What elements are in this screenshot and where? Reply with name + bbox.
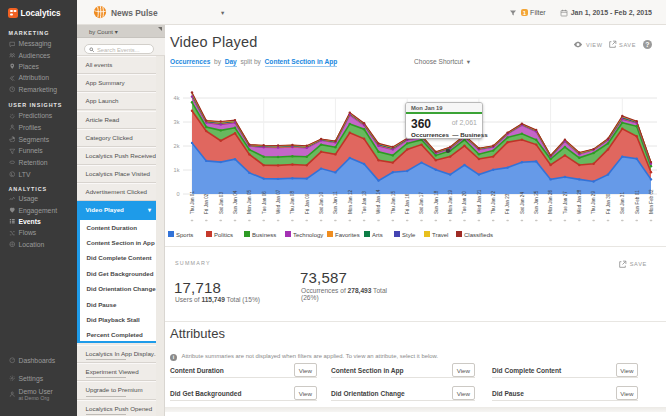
svg-text:Wed Jan 28: Wed Jan 28 [577,189,582,214]
svg-text:Wed Jan 14: Wed Jan 14 [376,189,381,214]
svg-text:0: 0 [176,191,179,197]
svg-text:Sun Feb 01: Sun Feb 01 [635,190,640,214]
svg-text:Thu Jan 29: Thu Jan 29 [591,191,596,214]
svg-text:Tue Jan 06: Tue Jan 06 [262,191,267,214]
svg-text:Fri Jan 16: Fri Jan 16 [405,193,410,214]
svg-text:2k: 2k [174,143,180,149]
svg-text:Tue Jan 27: Tue Jan 27 [563,191,568,214]
svg-text:Sat Jan 24: Sat Jan 24 [520,192,525,214]
svg-text:Sat Jan 17: Sat Jan 17 [419,192,424,214]
svg-text:3k: 3k [174,119,180,125]
svg-text:Thu Jan 01: Thu Jan 01 [190,191,195,214]
svg-text:Sun Jan 11: Sun Jan 11 [333,191,338,214]
svg-text:Mon Jan 26: Mon Jan 26 [548,190,553,214]
svg-text:Fri Jan 02: Fri Jan 02 [204,193,209,214]
svg-text:Sun Jan 18: Sun Jan 18 [434,190,439,214]
svg-text:Mon Jan 05: Mon Jan 05 [247,190,252,214]
svg-text:Sat Jan 10: Sat Jan 10 [319,192,324,214]
svg-text:Mon Feb 02: Mon Feb 02 [649,189,654,214]
svg-text:Sun Jan 25: Sun Jan 25 [534,190,539,214]
svg-text:4k: 4k [174,95,180,101]
svg-text:Wed Jan 21: Wed Jan 21 [477,189,482,214]
svg-text:Thu Jan 08: Thu Jan 08 [290,191,295,214]
svg-text:Mon Jan 12: Mon Jan 12 [348,190,353,214]
svg-text:1k: 1k [174,167,180,173]
svg-text:Fri Jan 23: Fri Jan 23 [505,193,510,214]
svg-text:Fri Jan 30: Fri Jan 30 [606,193,611,214]
svg-text:Tue Jan 13: Tue Jan 13 [362,191,367,214]
svg-text:Wed Jan 07: Wed Jan 07 [276,189,281,214]
svg-text:Thu Jan 15: Thu Jan 15 [391,191,396,214]
svg-text:Thu Jan 22: Thu Jan 22 [491,191,496,214]
svg-text:Sat Jan 03: Sat Jan 03 [219,192,224,214]
svg-text:Fri Jan 09: Fri Jan 09 [305,193,310,214]
svg-text:Sat Jan 31: Sat Jan 31 [620,192,625,214]
svg-text:Tue Jan 20: Tue Jan 20 [462,191,467,214]
svg-text:Mon Jan 19: Mon Jan 19 [448,190,453,214]
svg-text:Sun Jan 04: Sun Jan 04 [233,190,238,214]
